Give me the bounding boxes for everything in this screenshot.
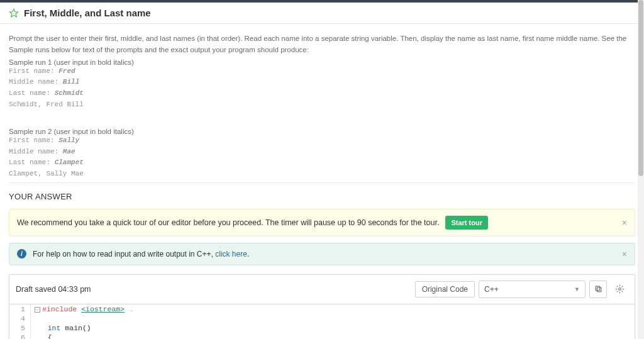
fold-toggle-icon[interactable]: −: [35, 307, 40, 313]
problem-header: First, Middle, and Last name: [0, 3, 644, 24]
svg-rect-1: [597, 287, 601, 292]
sample-run-2: First name: Sally Middle name: Mae Last …: [9, 135, 635, 179]
code-token: #include: [42, 305, 81, 313]
line-number: 4: [9, 314, 31, 323]
svg-point-3: [618, 288, 621, 291]
line-number: 6: [9, 333, 31, 339]
help-link[interactable]: click here: [215, 250, 247, 258]
sample-run-1-label: Sample run 1 (user input in bold italics…: [9, 58, 635, 66]
svg-rect-2: [596, 286, 600, 291]
sample2-input-middle: Mae: [63, 148, 75, 155]
code-fold-dots: …: [125, 305, 133, 313]
editor-toolbar: Draft saved 04:33 pm Original Code C++ ▼: [9, 275, 635, 304]
tour-close-icon[interactable]: ×: [622, 218, 627, 228]
sample1-prompt-last: Last name:: [9, 89, 55, 97]
sample1-prompt-middle: Middle name:: [9, 78, 63, 86]
divider: [9, 182, 635, 183]
chevron-down-icon: ▼: [574, 286, 580, 292]
code-area[interactable]: 1 −#include <iostream> … 4 5 int main() …: [9, 304, 635, 339]
sample2-prompt-last: Last name:: [9, 158, 55, 166]
sample-run-1: First name: Fred Middle name: Bill Last …: [9, 66, 635, 110]
line-number: 1: [9, 304, 31, 314]
code-token: main(): [60, 324, 91, 332]
problem-title: First, Middle, and Last name: [24, 8, 151, 18]
help-suffix: .: [247, 250, 249, 258]
code-editor: Draft saved 04:33 pm Original Code C++ ▼…: [9, 274, 635, 339]
your-answer-heading: YOUR ANSWER: [9, 192, 635, 201]
sample1-prompt-first: First name:: [9, 67, 58, 75]
tour-banner-text: We recommend you take a quick tour of ou…: [17, 218, 439, 227]
sample1-input-middle: Bill: [63, 78, 79, 86]
draft-status: Draft saved 04:33 pm: [16, 285, 91, 294]
sample2-prompt-middle: Middle name:: [9, 148, 63, 155]
sample1-output: Schmidt, Fred Bill: [9, 101, 84, 108]
main-content: Prompt the user to enter their first, mi…: [0, 24, 644, 339]
copy-icon[interactable]: [589, 281, 607, 298]
code-token: int: [48, 324, 61, 332]
help-banner: i For help on how to read input and writ…: [9, 243, 635, 265]
language-select[interactable]: C++ ▼: [479, 281, 586, 298]
scrollbar-thumb[interactable]: [638, 0, 643, 176]
sample2-output: Clampet, Sally Mae: [9, 170, 84, 177]
code-token: <iostream>: [81, 305, 125, 313]
info-icon: i: [17, 249, 26, 258]
sample2-prompt-first: First name:: [9, 136, 58, 144]
original-code-button[interactable]: Original Code: [415, 281, 475, 297]
tour-banner: We recommend you take a quick tour of ou…: [9, 209, 635, 236]
sample-run-2-label: Sample run 2 (user input in bold italics…: [9, 128, 635, 135]
language-value: C++: [484, 285, 499, 294]
page-scrollbar[interactable]: [638, 0, 644, 339]
problem-instructions: Prompt the user to enter their first, mi…: [9, 33, 635, 56]
start-tour-button[interactable]: Start tour: [445, 216, 488, 230]
sample1-input-last: Schmidt: [55, 89, 84, 97]
svg-marker-0: [9, 9, 18, 17]
sample2-input-first: Sally: [58, 136, 79, 144]
help-close-icon[interactable]: ×: [622, 249, 627, 259]
settings-gear-icon[interactable]: [611, 281, 628, 298]
help-text: For help on how to read input and write …: [33, 250, 249, 258]
line-number: 5: [9, 323, 31, 333]
favorite-star-icon[interactable]: [9, 8, 19, 18]
sample1-input-first: Fred: [58, 67, 75, 75]
help-prefix: For help on how to read input and write …: [33, 250, 215, 258]
code-token: {: [48, 333, 52, 339]
sample2-input-last: Clampet: [55, 158, 84, 166]
